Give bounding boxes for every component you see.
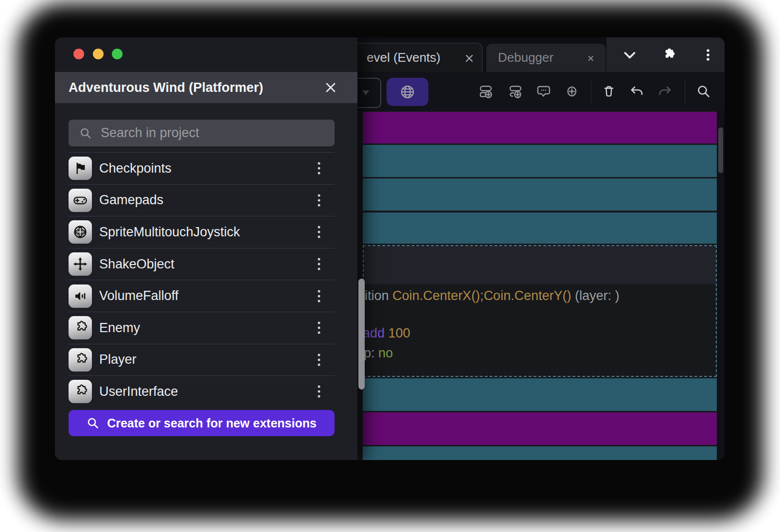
add-comment-icon[interactable] (535, 83, 552, 100)
tab-level-events[interactable]: evel (Events) (352, 43, 482, 72)
kebab-menu-icon[interactable] (315, 223, 323, 241)
event-row[interactable] (363, 112, 717, 143)
chevron-down-icon[interactable] (622, 48, 637, 62)
list-item-label: Player (99, 352, 137, 367)
list-item-label: ShakeObject (99, 257, 175, 272)
list-item-gamepads[interactable]: Gamepads (69, 184, 335, 216)
kebab-menu-icon[interactable] (315, 383, 323, 400)
list-item-checkpoints[interactable]: Checkpoints (69, 152, 335, 184)
scrollbar-thumb[interactable] (718, 127, 723, 173)
code-token: add (363, 326, 389, 340)
code-token: Coin.CenterX() (392, 288, 480, 303)
kebab-menu-icon[interactable] (315, 192, 323, 209)
list-item-sprite-multitouch-joystick[interactable]: SpriteMultitouchJoystick (69, 216, 335, 248)
event-row[interactable] (363, 446, 717, 460)
globe-icon (398, 82, 417, 102)
add-subevent-icon[interactable] (507, 83, 524, 100)
puzzle-icon (69, 348, 92, 372)
event-row[interactable] (363, 412, 717, 445)
kebab-menu-icon[interactable] (315, 351, 323, 369)
toolbar-divider (591, 79, 591, 104)
kebab-menu-icon[interactable] (315, 287, 323, 305)
flag-icon (69, 157, 92, 180)
code-token: (layer: ) (571, 288, 620, 303)
toolbar-divider (685, 79, 685, 104)
code-token: Coin.CenterY() (484, 288, 571, 303)
window-titlebar (55, 37, 357, 72)
event-row[interactable] (363, 378, 717, 411)
puzzle-icon (69, 316, 92, 339)
search-input[interactable] (100, 125, 316, 141)
list-item-label: VolumeFalloff (99, 288, 178, 303)
event-row[interactable] (363, 213, 717, 244)
list-item-volume-falloff[interactable]: VolumeFalloff (69, 280, 335, 312)
list-item-player[interactable]: Player (69, 344, 335, 376)
list-item-label: Checkpoints (99, 161, 172, 176)
tab-level-events-label: evel (Events) (367, 50, 441, 65)
code-token: no (378, 346, 393, 360)
puzzle-icon (69, 380, 92, 403)
close-tab-icon[interactable] (463, 52, 476, 65)
kebab-menu-icon[interactable] (315, 319, 323, 337)
event-action-text: p: no (364, 346, 393, 361)
event-row[interactable] (363, 178, 717, 211)
tab-debugger[interactable]: Debugger (486, 44, 605, 72)
macos-zoom-button[interactable] (112, 49, 123, 59)
project-title: Adventurous Wind (Platformer) (69, 72, 263, 103)
tab-debugger-label: Debugger (498, 50, 553, 65)
panel-header: Adventurous Wind (Platformer) (55, 72, 357, 103)
event-action-text: ition Coin.CenterX();Coin.CenterY() (lay… (365, 288, 620, 303)
code-token: p: (364, 346, 378, 360)
search-icon (87, 417, 99, 429)
joystick-icon (69, 220, 92, 244)
redo-icon[interactable] (656, 83, 674, 100)
add-circle-icon[interactable] (563, 83, 581, 100)
list-item-shake-object[interactable]: ShakeObject (69, 248, 335, 280)
event-condition-block[interactable] (364, 246, 716, 284)
kebab-menu-icon[interactable] (315, 160, 323, 177)
list-item-label: UserInterface (99, 384, 178, 399)
move-arrows-icon (69, 252, 92, 276)
window-header-right (606, 37, 725, 72)
kebab-menu-icon[interactable] (701, 48, 715, 62)
list-item-label: SpriteMultitouchJoystick (99, 225, 240, 240)
event-row[interactable] (363, 145, 717, 177)
undo-icon[interactable] (628, 83, 646, 100)
list-item-label: Enemy (99, 320, 140, 336)
extensions-list: Checkpoints Gamepads SpriteMultitouchJ (69, 152, 335, 408)
event-action-text: add 100 (363, 326, 410, 341)
delete-trash-icon[interactable] (600, 83, 618, 100)
scene-globe-button[interactable] (387, 78, 428, 106)
add-event-icon[interactable] (477, 83, 495, 100)
extensions-puzzle-icon[interactable] (661, 48, 675, 62)
event-row-selected[interactable] (363, 245, 717, 377)
close-panel-icon[interactable] (323, 80, 338, 95)
gamepad-icon (69, 189, 92, 212)
code-token: ition (365, 288, 392, 303)
extensions-button-label: Create or search for new extensions (107, 416, 317, 430)
create-search-extensions-button[interactable]: Create or search for new extensions (69, 410, 335, 436)
close-tab-icon[interactable] (585, 52, 597, 65)
list-item-user-interface[interactable]: UserInterface (69, 375, 335, 408)
speaker-icon (69, 284, 92, 308)
code-token: ; (480, 288, 484, 303)
macos-minimize-button[interactable] (93, 49, 104, 59)
gdevelop-window: evel (Events) Debugger (55, 37, 725, 460)
panel-scrollbar-thumb[interactable] (358, 279, 365, 390)
macos-close-button[interactable] (73, 49, 84, 59)
search-events-icon[interactable] (695, 83, 712, 100)
list-item-label: Gamepads (99, 193, 163, 208)
project-manager-panel: Adventurous Wind (Platformer) Checkpoint… (55, 37, 357, 460)
kebab-menu-icon[interactable] (315, 255, 323, 273)
search-icon (79, 127, 92, 140)
project-search[interactable] (69, 120, 335, 146)
list-item-enemy[interactable]: Enemy (69, 312, 335, 344)
code-token: 100 (389, 326, 410, 340)
